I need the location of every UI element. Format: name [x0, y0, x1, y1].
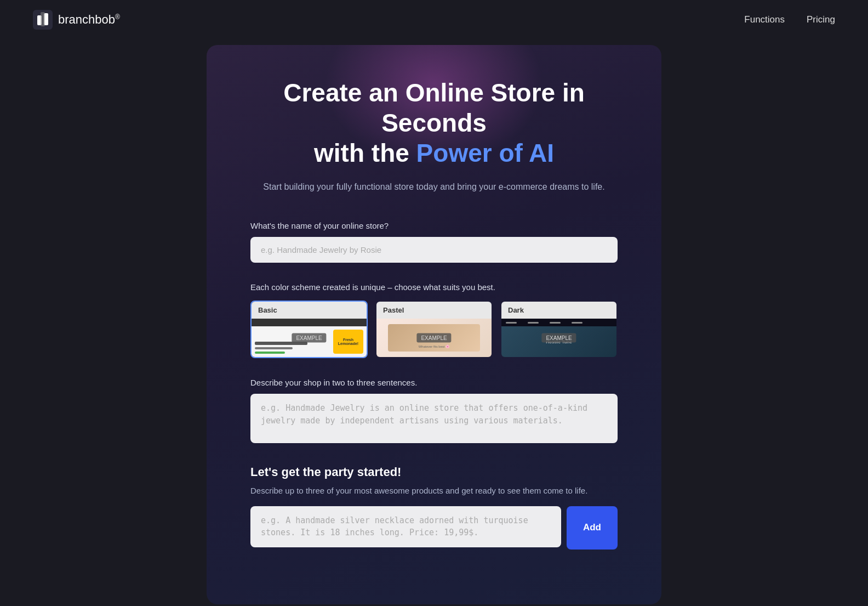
color-cards: Basic FreshLemonade!: [250, 301, 618, 358]
svg-rect-3: [41, 12, 45, 26]
color-card-basic-header: Basic: [252, 302, 367, 319]
color-card-basic-preview: FreshLemonade! EXAMPLE: [252, 319, 367, 357]
dark-example-badge: EXAMPLE: [541, 333, 576, 343]
color-card-pastel[interactable]: Pastel Whatever fits best 🌸 EXAMPLE: [375, 301, 493, 358]
navbar: branchbob® Functions Pricing: [0, 0, 868, 39]
color-card-dark-header: Dark: [501, 302, 616, 319]
shop-description-textarea[interactable]: [250, 394, 618, 443]
nav-links: Functions Pricing: [744, 14, 835, 25]
hero-container: Create an Online Store in Seconds with t…: [207, 45, 661, 604]
party-title: Let's get the party started!: [250, 465, 618, 479]
hero-highlight: Power of AI: [416, 139, 554, 167]
store-name-label: What's the name of your online store?: [250, 221, 618, 230]
add-product-button[interactable]: Add: [567, 506, 618, 550]
basic-example-badge: EXAMPLE: [292, 333, 326, 343]
pastel-example-badge: EXAMPLE: [416, 333, 451, 343]
logo-icon: [33, 10, 53, 30]
nav-link-pricing[interactable]: Pricing: [807, 14, 835, 25]
color-card-pastel-header: Pastel: [376, 302, 492, 319]
store-name-section: What's the name of your online store?: [250, 221, 618, 263]
color-scheme-label: Each color scheme created is unique – ch…: [250, 282, 618, 292]
color-card-pastel-preview: Whatever fits best 🌸 EXAMPLE: [376, 319, 492, 357]
logo[interactable]: branchbob®: [33, 10, 120, 30]
party-description: Describe up to three of your most awesom…: [250, 485, 618, 497]
shop-description-section: Describe your shop in two to three sente…: [250, 378, 618, 445]
color-scheme-section: Each color scheme created is unique – ch…: [250, 282, 618, 358]
party-section: Let's get the party started! Describe up…: [250, 465, 618, 550]
product-description-textarea[interactable]: [250, 506, 561, 547]
hero-title: Create an Online Store in Seconds with t…: [250, 78, 618, 169]
logo-text: branchbob®: [58, 13, 120, 27]
store-name-input[interactable]: [250, 237, 618, 263]
color-card-dark[interactable]: Dark Hostile Tune: [500, 301, 618, 358]
color-card-dark-preview: Hostile Tune EXAMPLE: [501, 319, 616, 357]
color-card-basic[interactable]: Basic FreshLemonade!: [250, 301, 368, 358]
nav-link-functions[interactable]: Functions: [744, 14, 785, 25]
product-input-wrapper: [250, 506, 561, 550]
shop-description-label: Describe your shop in two to three sente…: [250, 378, 618, 387]
product-input-row: Add: [250, 506, 618, 550]
hero-subtitle: Start building your fully functional sto…: [250, 180, 618, 194]
